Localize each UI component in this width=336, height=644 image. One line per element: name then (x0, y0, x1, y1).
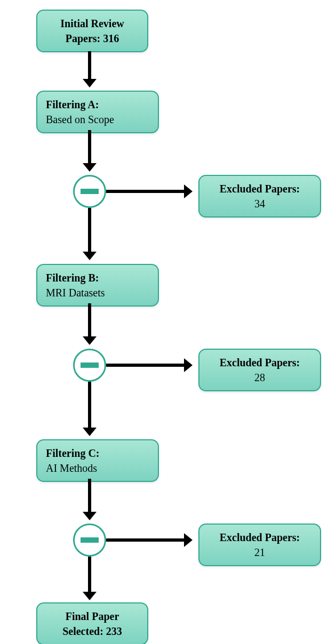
initial-papers: Papers: 316 (46, 31, 139, 46)
exclude-a-title: Excluded Papers: (208, 181, 311, 196)
filter-b-title: Filtering B: (46, 270, 149, 285)
minus-circle-a (73, 175, 106, 208)
initial-title: Initial Review (46, 16, 139, 31)
exclude-b-count: 28 (208, 370, 311, 385)
exclude-c-title: Excluded Papers: (208, 530, 311, 545)
arrow-right-c (106, 538, 186, 542)
filter-c-title: Filtering C: (46, 446, 149, 461)
box-excluded-c: Excluded Papers: 21 (198, 524, 321, 566)
exclude-c-count: 21 (208, 545, 311, 560)
box-filter-c: Filtering C: AI Methods (36, 439, 159, 482)
arrow-right-b (106, 364, 186, 367)
filter-c-desc: AI Methods (46, 461, 149, 476)
box-initial-review: Initial Review Papers: 316 (36, 10, 148, 52)
box-excluded-a: Excluded Papers: 34 (198, 175, 321, 218)
filter-a-title: Filtering A: (46, 97, 149, 112)
box-filter-a: Filtering A: Based on Scope (36, 91, 159, 133)
filter-b-desc: MRI Datasets (46, 285, 149, 300)
box-final: Final Paper Selected: 233 (36, 602, 148, 644)
filter-a-desc: Based on Scope (46, 112, 149, 127)
exclude-a-count: 34 (208, 196, 311, 211)
box-filter-b: Filtering B: MRI Datasets (36, 264, 159, 307)
arrow-down-3 (88, 208, 91, 254)
final-title: Final Paper (46, 609, 139, 624)
minus-icon (81, 363, 99, 368)
arrow-down-2 (88, 130, 91, 165)
final-desc: Selected: 233 (46, 624, 139, 639)
arrow-down-1 (88, 51, 91, 81)
arrow-down-5 (88, 382, 91, 430)
minus-icon (81, 537, 99, 543)
arrow-right-a (106, 190, 186, 193)
minus-icon (81, 189, 99, 194)
arrow-down-7 (88, 557, 91, 594)
minus-circle-b (73, 349, 106, 382)
exclude-b-title: Excluded Papers: (208, 355, 311, 370)
arrow-down-6 (88, 479, 91, 514)
minus-circle-c (73, 524, 106, 557)
box-excluded-b: Excluded Papers: 28 (198, 349, 321, 391)
arrow-down-4 (88, 303, 91, 339)
